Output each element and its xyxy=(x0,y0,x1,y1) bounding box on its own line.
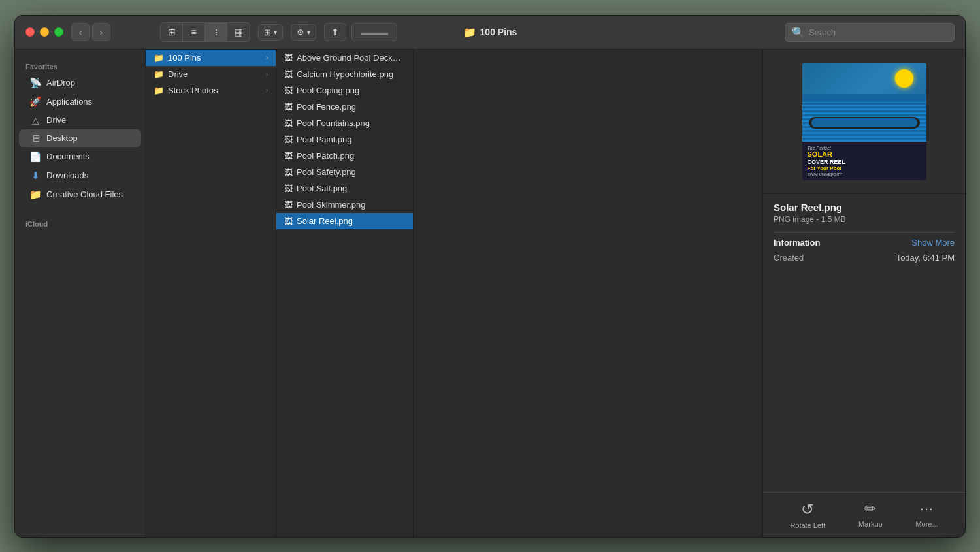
preview-image-area: The Perfect SOLAR COVER REEL For Your Po… xyxy=(763,50,965,194)
search-bar[interactable]: 🔍 xyxy=(785,23,955,42)
column-item-label-pool-fountains: Pool Fountains.png xyxy=(297,118,370,128)
chevron-100pins: › xyxy=(266,54,268,61)
file-icon-pool-fountains: 🖼 xyxy=(284,118,293,128)
sidebar-item-desktop[interactable]: 🖥 Desktop xyxy=(19,129,141,147)
browser-area: 📁 100 Pins › 📁 Drive › 📁 Stock Photos xyxy=(146,50,965,537)
column-item-label-pool-safety: Pool Safety.png xyxy=(297,167,356,177)
column-item-label-pool-patch: Pool Patch.png xyxy=(297,151,354,161)
column-item-pool-skimmer[interactable]: 🖼 Pool Skimmer.png xyxy=(276,197,413,213)
nav-buttons: ‹ › xyxy=(71,23,110,41)
back-button[interactable]: ‹ xyxy=(71,23,90,41)
column-item-pool-paint[interactable]: 🖼 Pool Paint.png xyxy=(276,131,413,148)
column-item-stock-photos[interactable]: 📁 Stock Photos › xyxy=(146,82,276,99)
sidebar: Favorites 📡 AirDrop 🚀 Applications △ Dri… xyxy=(15,50,146,537)
sidebar-icloud-label: iCloud xyxy=(15,218,145,231)
preview-pane: The Perfect SOLAR COVER REEL For Your Po… xyxy=(762,50,965,537)
documents-icon: 📄 xyxy=(29,151,41,163)
column-item-label-pool-salt: Pool Salt.png xyxy=(297,184,347,193)
column-item-above-ground[interactable]: 🖼 Above Ground Pool Decks.png xyxy=(276,50,413,66)
sidebar-item-applications[interactable]: 🚀 Applications xyxy=(19,93,141,111)
preview-separator xyxy=(774,232,955,233)
more-label: More... xyxy=(915,520,938,528)
search-input[interactable] xyxy=(809,27,947,37)
file-icon-pool-safety: 🖼 xyxy=(284,167,293,177)
forward-button[interactable]: › xyxy=(92,23,110,41)
preview-image-top xyxy=(802,63,926,142)
column-item-solar-reel[interactable]: 🖼 Solar Reel.png xyxy=(276,213,413,229)
sidebar-item-drive[interactable]: △ Drive xyxy=(19,112,141,129)
markup-label: Markup xyxy=(858,520,883,528)
column-item-pool-fountains[interactable]: 🖼 Pool Fountains.png xyxy=(276,115,413,131)
view-options-dropdown[interactable]: ⊞ ▾ xyxy=(258,24,283,41)
view-icon-gallery[interactable]: ▦ xyxy=(227,23,250,41)
preview-image: The Perfect SOLAR COVER REEL For Your Po… xyxy=(802,63,926,180)
more-button[interactable]: ··· More... xyxy=(915,500,938,529)
sidebar-item-label-airdrop: AirDrop xyxy=(46,78,75,88)
view-dropdown-chevron: ▾ xyxy=(274,29,277,36)
preview-created-row: Created Today, 6:41 PM xyxy=(774,253,955,263)
maximize-button[interactable] xyxy=(54,27,63,37)
column-item-label-solar-reel: Solar Reel.png xyxy=(297,216,353,226)
view-icon-grid[interactable]: ⊞ xyxy=(161,23,183,41)
view-icon-list[interactable]: ≡ xyxy=(183,23,205,41)
settings-dropdown-chevron: ▾ xyxy=(307,29,310,36)
rotate-left-label: Rotate Left xyxy=(790,521,825,529)
main-content: Favorites 📡 AirDrop 🚀 Applications △ Dri… xyxy=(15,50,965,537)
file-icon-pool-fence: 🖼 xyxy=(284,102,293,112)
column-item-pool-safety[interactable]: 🖼 Pool Safety.png xyxy=(276,164,413,180)
creative-cloud-icon: 📁 xyxy=(29,189,41,201)
column-item-calcium[interactable]: 🖼 Calcium Hypochlorite.png xyxy=(276,66,413,82)
search-icon: 🔍 xyxy=(792,26,805,39)
tag-button[interactable]: ▬▬▬ xyxy=(351,23,397,41)
preview-filename: Solar Reel.png xyxy=(774,202,955,213)
sidebar-item-creative-cloud[interactable]: 📁 Creative Cloud Files xyxy=(19,186,141,204)
chevron-stock-photos: › xyxy=(266,87,268,94)
rotate-left-icon: ↺ xyxy=(801,500,814,519)
file-icon-pool-skimmer: 🖼 xyxy=(284,200,293,210)
traffic-lights xyxy=(25,27,63,37)
column-item-label-above-ground: Above Ground Pool Decks.png xyxy=(297,53,405,63)
sidebar-item-label-documents: Documents xyxy=(46,152,90,161)
sidebar-favorites-label: Favorites xyxy=(15,60,145,73)
share-button[interactable]: ⬆ xyxy=(324,23,346,41)
view-dropdown-icon: ⊞ xyxy=(264,27,271,37)
folder-icon-100pins: 📁 xyxy=(154,53,164,63)
settings-icon: ⚙ xyxy=(297,27,304,37)
column-pane-3 xyxy=(414,50,762,537)
view-icon-column[interactable]: ⫶ xyxy=(205,23,227,41)
show-more-button[interactable]: Show More xyxy=(911,238,955,248)
folder-icon-stock-photos: 📁 xyxy=(154,86,164,95)
column-item-pool-salt[interactable]: 🖼 Pool Salt.png xyxy=(276,180,413,197)
close-button[interactable] xyxy=(25,27,35,37)
column-item-drive[interactable]: 📁 Drive › xyxy=(146,66,276,82)
window-title: 100 Pins xyxy=(480,27,517,37)
finder-window: ‹ › ⊞ ≡ ⫶ ▦ ⊞ ▾ ⚙ ▾ ⬆ ▬▬▬ xyxy=(14,15,966,538)
column-item-label-100pins: 100 Pins xyxy=(168,53,201,63)
desktop-icon: 🖥 xyxy=(29,133,41,144)
column-item-pool-coping[interactable]: 🖼 Pool Coping.png xyxy=(276,82,413,99)
applications-icon: 🚀 xyxy=(29,96,41,108)
column-item-label-pool-paint: Pool Paint.png xyxy=(297,135,352,144)
markup-button[interactable]: ✏ Markup xyxy=(858,500,883,529)
rotate-left-button[interactable]: ↺ Rotate Left xyxy=(790,500,825,529)
title-folder-icon: 📁 xyxy=(463,26,476,39)
drive-icon: △ xyxy=(29,115,41,125)
preview-created-value: Today, 6:41 PM xyxy=(896,253,955,263)
preview-actions: ↺ Rotate Left ✏ Markup ··· More... xyxy=(763,492,965,537)
column-item-label-stock-photos: Stock Photos xyxy=(168,86,218,95)
more-icon: ··· xyxy=(920,500,934,517)
file-icon-calcium: 🖼 xyxy=(284,69,293,79)
sidebar-item-downloads[interactable]: ⬇ Downloads xyxy=(19,167,141,185)
sidebar-item-label-downloads: Downloads xyxy=(46,170,88,180)
column-item-label-drive: Drive xyxy=(168,69,188,79)
file-icon-pool-patch: 🖼 xyxy=(284,151,293,161)
sidebar-item-airdrop[interactable]: 📡 AirDrop xyxy=(19,74,141,92)
minimize-button[interactable] xyxy=(40,27,49,37)
column-item-pool-fence[interactable]: 🖼 Pool Fence.png xyxy=(276,99,413,115)
sidebar-item-documents[interactable]: 📄 Documents xyxy=(19,148,141,166)
view-toggle-group: ⊞ ≡ ⫶ ▦ xyxy=(160,22,250,42)
column-item-100pins[interactable]: 📁 100 Pins › xyxy=(146,50,276,66)
settings-dropdown[interactable]: ⚙ ▾ xyxy=(291,24,316,41)
column-item-pool-patch[interactable]: 🖼 Pool Patch.png xyxy=(276,148,413,164)
airdrop-icon: 📡 xyxy=(29,77,41,89)
